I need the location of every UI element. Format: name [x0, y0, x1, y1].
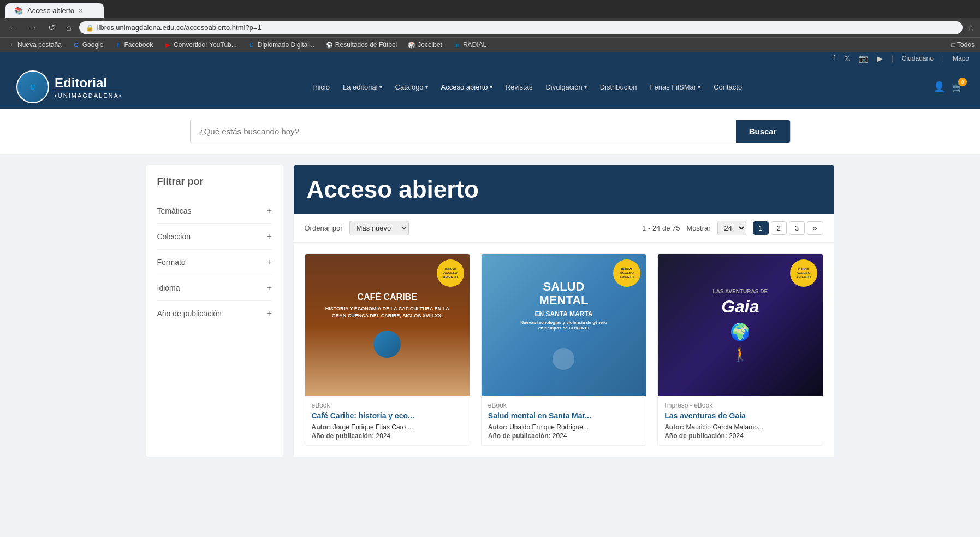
search-input[interactable] [191, 120, 736, 143]
book-author-salud: Autor: Ubaldo Enrique Rodrigue... [488, 423, 639, 431]
mapa-link[interactable]: Mapo [953, 55, 969, 62]
filter-coleccion-expand-icon: + [266, 232, 271, 241]
nav-divulgacion[interactable]: Divulgación ▾ [540, 79, 592, 96]
twitter-utility-icon[interactable]: 𝕏 [844, 54, 850, 63]
nav-divulgacion-label: Divulgación [545, 83, 582, 91]
user-profile-icon[interactable]: 👤 [933, 81, 945, 93]
bookmark-radial[interactable]: in RADIAL [451, 40, 489, 50]
author-name-salud: Ubaldo Enrique Rodrigue... [509, 423, 589, 431]
page-btn-1[interactable]: 1 [753, 221, 769, 235]
book-year-cafe: Año de publicación: 2024 [312, 432, 463, 440]
bookmark-star-icon[interactable]: ☆ [967, 22, 975, 33]
sort-select[interactable]: Más nuevo Más antiguo Título A-Z Título … [349, 221, 409, 235]
facebook-utility-icon[interactable]: f [833, 54, 835, 63]
bookmark-icon-youtube: ▶ [164, 41, 171, 49]
filter-tematicas-expand-icon: + [266, 206, 271, 216]
search-bar-wrap: Buscar [190, 120, 791, 143]
page-btn-3[interactable]: 3 [789, 221, 805, 235]
instagram-utility-icon[interactable]: 📷 [859, 54, 868, 63]
book-author-gaia: Autor: Mauricio García Matamo... [664, 423, 816, 431]
nav-editorial[interactable]: La editorial ▾ [337, 79, 388, 96]
book-info-salud: eBook Salud mental en Santa Mar... Autor… [482, 396, 646, 445]
nav-acceso-abierto[interactable]: Acceso abierto ▾ [436, 79, 498, 96]
page-btn-2[interactable]: 2 [771, 221, 787, 235]
bookmark-jecolbet[interactable]: 🎲 Jecolbet [406, 40, 444, 50]
utility-sep2: | [942, 55, 944, 62]
filter-tematicas[interactable]: Temáticas + [157, 198, 272, 224]
bookmark-futbol[interactable]: ⚽ Resultados de Fútbol [323, 40, 399, 50]
nav-catalogo[interactable]: Catálogo ▾ [390, 79, 433, 96]
bookmark-diplomado[interactable]: D Diplomado Digital... [246, 40, 317, 50]
bookmark-label-radial: RADIAL [463, 41, 486, 49]
nav-ferias[interactable]: Ferias FilSMar ▾ [645, 79, 706, 96]
page-next-btn[interactable]: » [807, 221, 823, 235]
main-nav: Inicio La editorial ▾ Catálogo ▾ Acceso … [139, 79, 917, 96]
bookmark-label-diplomado: Diplomado Digital... [258, 41, 314, 49]
forward-btn[interactable]: → [25, 22, 40, 34]
address-bar-wrap[interactable]: 🔒 libros.unimagdalena.edu.co/accesoabier… [79, 21, 963, 34]
nav-editorial-label: La editorial [343, 83, 378, 91]
book-title-salud[interactable]: Salud mental en Santa Mar... [488, 411, 639, 420]
nav-revistas[interactable]: Revistas [500, 79, 538, 96]
back-btn[interactable]: ← [5, 22, 21, 34]
search-button[interactable]: Buscar [736, 120, 790, 143]
book-card-salud-mental[interactable]: SALUDMENTAL EN SANTA MARTA Nuevas tecnol… [481, 253, 646, 446]
search-section: Buscar [0, 109, 980, 154]
bookmark-nueva-pestana[interactable]: + Nueva pestaña [5, 40, 64, 50]
show-select[interactable]: 24 48 72 [717, 221, 746, 235]
bookmark-facebook[interactable]: f Facebook [112, 40, 155, 50]
logo-area[interactable]: 🌐 Editorial •UNIMAGDALENA• [16, 70, 122, 103]
book-card-cafe-caribe[interactable]: CAFÉ CARIBE HISTORIA Y ECONOMÍA DE LA CA… [305, 253, 470, 446]
book-format-gaia: Impreso - eBook [664, 402, 816, 409]
home-btn[interactable]: ⌂ [63, 22, 75, 34]
author-label-cafe: Autor: [312, 423, 331, 431]
year-value-gaia: 2024 [729, 432, 744, 440]
nav-inicio-label: Inicio [313, 83, 330, 91]
year-label-salud: Año de publicación: [488, 432, 551, 440]
filter-anio-label: Año de publicación [157, 309, 222, 318]
book-title-cafe[interactable]: Café Caribe: historia y eco... [312, 411, 463, 420]
filter-formato[interactable]: Formato + [157, 250, 272, 275]
filter-anio-expand-icon: + [266, 309, 271, 318]
filter-formato-label: Formato [157, 258, 186, 267]
bookmarks-more-icon: □ [952, 41, 955, 49]
filter-coleccion[interactable]: Colección + [157, 224, 272, 250]
content-area: Filtrar por Temáticas + Colección + Form… [135, 154, 845, 468]
books-grid: CAFÉ CARIBE HISTORIA Y ECONOMÍA DE LA CA… [294, 243, 834, 457]
filter-coleccion-label: Colección [157, 232, 191, 241]
tab-favicon: 📚 [14, 7, 23, 15]
access-badge-cafe: IncluyeACCESOABIERTO [437, 259, 464, 287]
ciudadano-link[interactable]: Ciudadano [902, 55, 934, 62]
book-year-salud: Año de publicación: 2024 [488, 432, 639, 440]
results-info: 1 - 24 de 75 [642, 224, 680, 232]
nav-editorial-arrow: ▾ [379, 84, 382, 90]
main-header: 🌐 Editorial •UNIMAGDALENA• Inicio La edi… [0, 65, 980, 109]
nav-distribucion[interactable]: Distribución [595, 79, 643, 96]
bookmark-youtube[interactable]: ▶ Convertidor YouTub... [162, 40, 239, 50]
book-year-gaia: Año de publicación: 2024 [664, 432, 816, 440]
access-badge-label-gaia: IncluyeACCESOABIERTO [796, 267, 811, 279]
filter-idioma[interactable]: Idioma + [157, 275, 272, 301]
header-actions: 👤 🛒 0 [933, 81, 964, 93]
reload-btn[interactable]: ↺ [45, 21, 58, 34]
nav-catalogo-arrow: ▾ [425, 84, 428, 90]
nav-ferias-arrow: ▾ [698, 84, 700, 90]
book-format-salud: eBook [488, 402, 639, 409]
access-badge-label-salud: IncluyeACCESOABIERTO [620, 267, 634, 279]
active-tab[interactable]: 📚 Acceso abierto × [5, 3, 104, 18]
year-value-cafe: 2024 [376, 432, 391, 440]
bookmark-label-google: Google [82, 41, 104, 49]
book-card-gaia[interactable]: LAS AVENTURAS DE Gaia 🌍 🚶 IncluyeACCESOA… [657, 253, 823, 446]
cart-button[interactable]: 🛒 0 [952, 81, 964, 93]
tab-close-btn[interactable]: × [79, 7, 82, 15]
bookmarks-end[interactable]: □ Todos [952, 41, 975, 49]
nav-inicio[interactable]: Inicio [308, 79, 335, 96]
pagination: 1 2 3 » [753, 221, 823, 235]
cart-badge: 0 [958, 78, 967, 86]
nav-contacto[interactable]: Contacto [708, 79, 747, 96]
book-title-gaia[interactable]: Las aventuras de Gaia [664, 411, 816, 420]
bookmark-google[interactable]: G Google [70, 40, 106, 50]
youtube-utility-icon[interactable]: ▶ [877, 54, 883, 63]
filter-anio[interactable]: Año de publicación + [157, 301, 272, 326]
author-name-cafe: Jorge Enrique Elias Caro ... [333, 423, 413, 431]
